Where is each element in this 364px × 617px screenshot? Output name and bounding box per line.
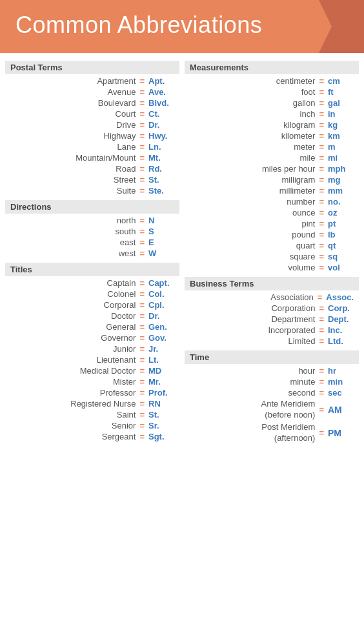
- abbreviation-label: Jr.: [148, 344, 174, 354]
- time-multi-list: Ante Meridiem(before noon)=AMPost Meridi…: [185, 398, 359, 445]
- table-row: Department=Dept.: [185, 314, 359, 325]
- term-label: south: [10, 227, 136, 236]
- abbreviation-label: N: [148, 216, 174, 225]
- abbreviation-label: sq: [328, 252, 354, 261]
- postal-terms-header: Postal Terms: [5, 61, 179, 74]
- table-row: Apartment=Apt.: [5, 76, 179, 86]
- abbreviation-label: Apt.: [148, 76, 174, 86]
- abbreviation-label: RN: [148, 399, 174, 409]
- abbreviation-label: Prof.: [148, 388, 174, 398]
- term-label: hour: [190, 366, 315, 376]
- abbreviation-label: S: [148, 227, 174, 236]
- abbreviation-label: lb: [328, 230, 354, 239]
- abbreviation-label: St.: [148, 410, 174, 420]
- term-label: Saint: [10, 410, 136, 420]
- equals-sign: =: [139, 164, 145, 174]
- term-label: mile: [190, 153, 315, 163]
- abbreviation-label: St.: [148, 175, 174, 185]
- time-header: Time: [185, 350, 359, 364]
- equals-sign: =: [139, 311, 145, 321]
- abbreviation-label: gal: [328, 98, 354, 108]
- term-label: east: [10, 238, 136, 247]
- right-column: Measurements centimeter=cmfoot=ftgallon=…: [185, 61, 359, 445]
- abbreviation-label: km: [328, 131, 354, 141]
- term-label: centimeter: [190, 76, 315, 86]
- abbreviation-label: min: [328, 377, 354, 387]
- abbreviation-label: E: [148, 238, 174, 247]
- equals-sign: =: [139, 344, 145, 354]
- table-row: kilogram=kg: [185, 119, 359, 130]
- table-row: Limited=Ltd.: [185, 336, 359, 347]
- equals-sign: =: [319, 186, 324, 196]
- equals-sign: =: [139, 216, 145, 225]
- term-label: inch: [190, 109, 315, 119]
- table-row: Governor=Gov.: [5, 332, 179, 343]
- abbreviation-label: Dr.: [148, 120, 174, 130]
- abbreviation-label: Gov.: [148, 333, 174, 343]
- equals-sign: =: [319, 252, 324, 261]
- equals-sign: =: [139, 186, 145, 196]
- table-row: Mountain/Mount=Mt.: [5, 152, 179, 163]
- table-row: mile=mi: [185, 152, 359, 163]
- abbreviation-label: cm: [328, 76, 354, 86]
- table-row: Incorporated=Inc.: [185, 325, 359, 336]
- equals-sign: =: [318, 292, 323, 302]
- equals-sign: =: [139, 87, 145, 97]
- term-label: gallon: [190, 98, 315, 108]
- table-row: kilometer=km: [185, 130, 359, 141]
- table-row: volume=vol: [185, 262, 359, 273]
- term-label: foot: [190, 87, 315, 97]
- term-label: Limited: [190, 336, 315, 346]
- term-label: Registered Nurse: [10, 399, 136, 409]
- term-label: Corporal: [10, 300, 136, 310]
- table-row: square=sq: [185, 251, 359, 262]
- term-label: Senior: [10, 421, 136, 430]
- page-title: Common Abbreviations: [15, 12, 349, 39]
- term-label: Street: [10, 175, 136, 185]
- abbreviation-label: kg: [328, 120, 354, 130]
- abbreviation-label: Rd.: [148, 164, 174, 174]
- equals-sign: =: [319, 405, 324, 414]
- term-label: Corporation: [190, 303, 315, 313]
- measurements-list: centimeter=cmfoot=ftgallon=galinch=inkil…: [185, 76, 359, 273]
- abbreviation-label: Blvd.: [148, 98, 174, 108]
- table-row: Corporal=Cpl.: [5, 299, 179, 310]
- abbreviation-label: oz: [328, 208, 354, 217]
- titles-header: Titles: [5, 263, 179, 276]
- table-row: centimeter=cm: [185, 76, 359, 86]
- abbreviation-label: mi: [328, 153, 354, 163]
- equals-sign: =: [319, 388, 324, 398]
- table-row: Sergeant=Sgt.: [5, 431, 179, 442]
- equals-sign: =: [139, 366, 145, 376]
- table-row: Ante Meridiem(before noon)=AM: [185, 398, 359, 421]
- table-row: Saint=St.: [5, 409, 179, 420]
- equals-sign: =: [139, 248, 145, 258]
- abbreviation-label: pt: [328, 219, 354, 228]
- equals-sign: =: [319, 197, 324, 207]
- table-row: Captain=Capt.: [5, 278, 179, 288]
- equals-sign: =: [319, 336, 324, 346]
- term-label: Association: [190, 292, 314, 302]
- equals-sign: =: [139, 76, 145, 86]
- table-row: meter=m: [185, 141, 359, 152]
- table-row: hour=hr: [185, 365, 359, 376]
- table-row: Court=Ct.: [5, 108, 179, 119]
- term-label: Lane: [10, 142, 136, 152]
- term-label: Highway: [10, 131, 136, 141]
- equals-sign: =: [139, 421, 145, 430]
- postal-terms-list: Apartment=Apt.Avenue=Ave.Boulevard=Blvd.…: [5, 76, 179, 196]
- equals-sign: =: [139, 227, 145, 236]
- abbreviation-label: mph: [328, 164, 354, 174]
- abbreviation-label: Mt.: [148, 153, 174, 163]
- equals-sign: =: [319, 164, 324, 174]
- equals-sign: =: [319, 366, 324, 376]
- equals-sign: =: [139, 278, 145, 288]
- equals-sign: =: [139, 238, 145, 247]
- term-label: ounce: [190, 208, 315, 217]
- abbreviation-label: Hwy.: [148, 131, 174, 141]
- equals-sign: =: [319, 120, 324, 130]
- equals-sign: =: [319, 303, 324, 313]
- equals-sign: =: [139, 377, 145, 387]
- table-row: Lieutenant=Lt.: [5, 354, 179, 365]
- equals-sign: =: [139, 142, 145, 152]
